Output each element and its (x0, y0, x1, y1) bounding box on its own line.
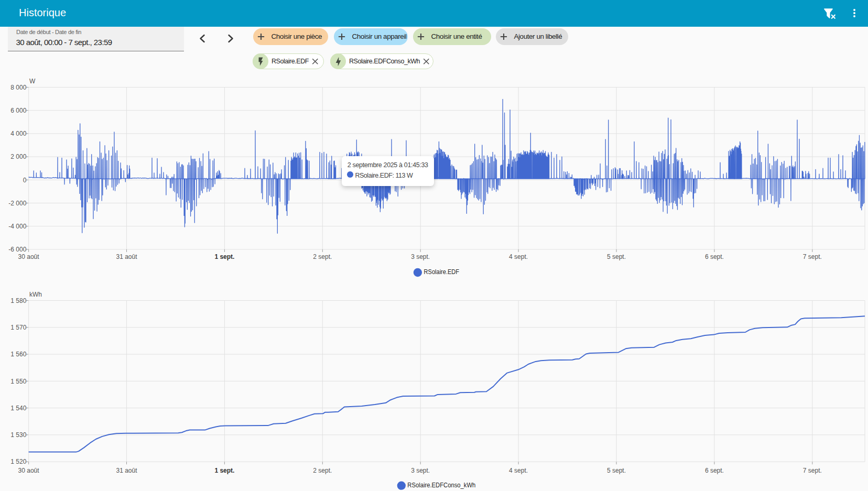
svg-text:W: W (29, 78, 36, 85)
svg-text:5 sept.: 5 sept. (607, 253, 626, 260)
svg-text:2 sept.: 2 sept. (313, 253, 332, 260)
svg-text:-4 000: -4 000 (8, 223, 26, 230)
svg-text:4 000: 4 000 (10, 130, 26, 137)
svg-text:1 570: 1 570 (10, 324, 26, 331)
svg-text:-2 000: -2 000 (8, 200, 26, 207)
svg-text:3 sept.: 3 sept. (411, 467, 430, 474)
svg-text:2 sept.: 2 sept. (313, 467, 332, 474)
svg-text:-6 000: -6 000 (8, 246, 26, 253)
svg-text:8 000: 8 000 (10, 84, 26, 91)
svg-text:1 560: 1 560 (10, 351, 26, 358)
svg-text:2 000: 2 000 (10, 153, 26, 160)
svg-text:1 580: 1 580 (10, 297, 26, 304)
svg-text:3 sept.: 3 sept. (411, 253, 430, 260)
svg-text:7 sept.: 7 sept. (803, 467, 822, 474)
svg-text:4 sept.: 4 sept. (509, 253, 528, 260)
svg-text:kWh: kWh (29, 291, 42, 298)
svg-text:0: 0 (23, 177, 27, 184)
svg-text:1 530: 1 530 (10, 431, 26, 439)
svg-text:RSolaire.EDF: RSolaire.EDF (424, 268, 460, 276)
svg-text:1 sept.: 1 sept. (214, 467, 234, 474)
svg-text:31 août: 31 août (116, 467, 137, 474)
svg-text:30 août: 30 août (18, 253, 40, 260)
svg-text:6 sept.: 6 sept. (705, 467, 724, 474)
svg-text:1 550: 1 550 (10, 378, 26, 385)
svg-text:31 août: 31 août (116, 253, 137, 260)
svg-text:RSolaire.EDFConso_kWh: RSolaire.EDFConso_kWh (407, 482, 475, 489)
svg-text:1 sept.: 1 sept. (214, 253, 234, 260)
svg-text:7 sept.: 7 sept. (803, 253, 822, 260)
svg-text:6 sept.: 6 sept. (705, 253, 724, 260)
svg-text:1 520: 1 520 (10, 458, 26, 465)
svg-text:6 000: 6 000 (10, 107, 26, 114)
svg-text:4 sept.: 4 sept. (509, 467, 528, 474)
svg-text:30 août: 30 août (18, 467, 40, 474)
svg-text:1 540: 1 540 (10, 405, 26, 412)
svg-text:5 sept.: 5 sept. (607, 467, 626, 474)
